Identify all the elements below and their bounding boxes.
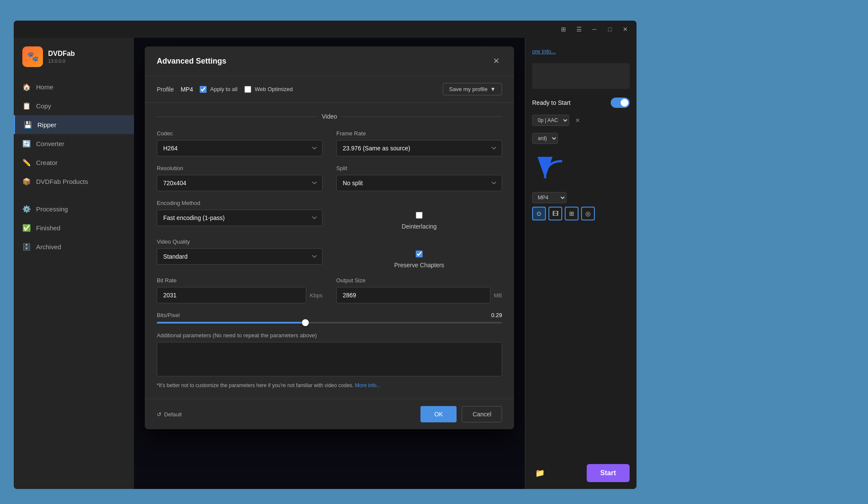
quality-select[interactable]: ard) (532, 133, 558, 144)
frame-rate-label: Frame Rate (336, 130, 502, 137)
web-optimized-label[interactable]: Web Optimized (255, 86, 293, 92)
modal-close-button[interactable]: ✕ (490, 55, 502, 67)
profile-label: Profile (157, 86, 174, 93)
app-window: ⊞ ☰ ─ □ ✕ 🐾 DVDFab 13.0.0.0 🏠 Home 📋 Cop… (14, 21, 637, 489)
frame-rate-select[interactable]: 23.976 (Same as source) 24 30 (336, 140, 502, 156)
bits-pixel-fill (157, 322, 305, 324)
bits-pixel-track[interactable] (157, 322, 502, 324)
logo-icon: 🐾 (22, 46, 43, 67)
ready-row: Ready to Start (532, 98, 630, 108)
record-icon-button[interactable]: ⊙ (532, 207, 546, 220)
divider-line-left (157, 116, 317, 117)
default-button[interactable]: ↺ Default (157, 411, 182, 418)
slider-header: Bits/Pixel 0.29 (157, 312, 502, 318)
sidebar-item-creator[interactable]: ✏️ Creator (14, 153, 134, 172)
sidebar-item-dvdfab-products[interactable]: 📦 DVDFab Products (14, 172, 134, 191)
codec-select[interactable]: H264 H265 MPEG4 (157, 140, 323, 156)
codec-label: Codec (157, 130, 323, 137)
video-quality-label: Video Quality (157, 238, 323, 245)
sidebar-item-converter[interactable]: 🔄 Converter (14, 134, 134, 153)
encoding-method-select[interactable]: Fast encoding (1-pass) High quality (2-p… (157, 210, 323, 226)
preserve-chapters-checkbox[interactable] (416, 250, 423, 257)
bits-pixel-value: 0.29 (491, 312, 502, 318)
sidebar-item-archived[interactable]: 🗄️ Archived (14, 237, 134, 256)
apply-to-all-label[interactable]: Apply to all (210, 86, 238, 92)
output-select[interactable]: MP4 (532, 192, 566, 203)
bit-rate-group: Bit Rate Kbps (157, 277, 323, 303)
sidebar-item-ripper[interactable]: 💾 Ripper (14, 115, 134, 134)
bit-rate-input-row: Kbps (157, 287, 323, 303)
film-icon-button[interactable]: 🎞 (548, 207, 562, 220)
more-info-link[interactable]: ore Info... (532, 48, 630, 55)
split-label: Split (336, 165, 502, 171)
sidebar: 🐾 DVDFab 13.0.0.0 🏠 Home 📋 Copy 💾 Ripper… (14, 38, 134, 489)
quality-row: ard) (532, 133, 630, 144)
resolution-select[interactable]: 720x404 1920x1080 (157, 175, 323, 191)
copy-icon: 📋 (22, 101, 31, 110)
nav-processing-label: Processing (36, 205, 68, 213)
split-group: Split No split By size (336, 165, 502, 191)
right-panel: ore Info... Ready to Start 0p | AAC ✕ ar… (525, 38, 637, 489)
start-button[interactable]: Start (587, 464, 630, 482)
cancel-button[interactable]: Cancel (462, 406, 502, 422)
split-select[interactable]: No split By size (336, 175, 502, 191)
modal-title: Advanced Settings (157, 57, 226, 66)
target-icon-button[interactable]: ◎ (581, 207, 595, 220)
logo-area: 🐾 DVDFab 13.0.0.0 (14, 46, 134, 77)
nav-copy-label: Copy (36, 102, 51, 110)
profile-value: MP4 (181, 86, 193, 93)
output-size-input-row: MB (336, 287, 502, 303)
title-bar: ⊞ ☰ ─ □ ✕ (14, 21, 637, 38)
resolution-group: Resolution 720x404 1920x1080 (157, 165, 323, 191)
modal-header: Advanced Settings ✕ (145, 46, 514, 76)
action-icons-row: MP4 ⊙ 🎞 ⊞ ◎ (532, 192, 630, 220)
video-quality-select[interactable]: Standard High (157, 248, 323, 265)
resolution-label: Resolution (157, 165, 323, 171)
warning-message: *It's better not to customize the parame… (157, 382, 353, 388)
output-size-input[interactable] (336, 287, 490, 303)
ready-toggle[interactable] (611, 98, 630, 108)
ok-button[interactable]: OK (420, 406, 457, 422)
preserve-chapters-label[interactable]: Preserve Chapters (394, 262, 445, 269)
converter-icon: 🔄 (22, 139, 31, 148)
app-content: 🐾 DVDFab 13.0.0.0 🏠 Home 📋 Copy 💾 Ripper… (14, 38, 637, 489)
finished-icon: ✅ (22, 223, 31, 232)
bit-rate-label: Bit Rate (157, 277, 323, 284)
sidebar-item-processing[interactable]: ⚙️ Processing (14, 199, 134, 218)
minimize-button[interactable]: ─ (588, 23, 600, 35)
audio-remove-button[interactable]: ✕ (573, 116, 583, 125)
deinterlacing-group: Deinterlacing (336, 200, 502, 230)
maximize-button[interactable]: □ (604, 23, 616, 35)
additional-params-section: Additional parameters (No need to repeat… (157, 332, 502, 388)
deinterlacing-checkbox[interactable] (416, 212, 423, 219)
apply-to-all-checkbox[interactable] (200, 86, 207, 93)
sidebar-item-finished[interactable]: ✅ Finished (14, 218, 134, 237)
grid-icon-button[interactable]: ⊞ (565, 207, 579, 220)
close-button[interactable]: ✕ (619, 23, 631, 35)
action-icons: ⊙ 🎞 ⊞ ◎ (532, 207, 630, 220)
menu-button[interactable]: ☰ (573, 23, 585, 35)
video-section-label: Video (322, 113, 337, 120)
settings-button[interactable]: ⊞ (557, 23, 570, 35)
codec-group: Codec H264 H265 MPEG4 (157, 130, 323, 156)
sidebar-item-home[interactable]: 🏠 Home (14, 77, 134, 96)
web-optimized-row: Web Optimized (244, 86, 293, 93)
save-profile-label: Save my profile (449, 86, 488, 92)
bits-pixel-thumb[interactable] (302, 319, 309, 326)
thumbnail-area (532, 63, 630, 89)
processing-icon: ⚙️ (22, 205, 31, 213)
more-info-link[interactable]: More info... (355, 382, 381, 388)
modal-overlay: Advanced Settings ✕ Profile MP4 Apply to… (134, 38, 525, 489)
nav-converter-label: Converter (36, 140, 64, 147)
web-optimized-checkbox[interactable] (244, 86, 251, 93)
sidebar-item-copy[interactable]: 📋 Copy (14, 96, 134, 115)
folder-button[interactable]: 📁 (532, 465, 548, 481)
deinterlacing-label[interactable]: Deinterlacing (402, 223, 437, 230)
audio-select[interactable]: 0p | AAC (532, 115, 569, 126)
apply-to-all-row: Apply to all (200, 86, 238, 93)
additional-params-textarea[interactable] (157, 342, 502, 376)
save-profile-button[interactable]: Save my profile ▼ (443, 83, 502, 95)
bit-rate-input[interactable] (157, 287, 306, 303)
archived-icon: 🗄️ (22, 242, 31, 251)
video-section-divider: Video (157, 113, 502, 120)
